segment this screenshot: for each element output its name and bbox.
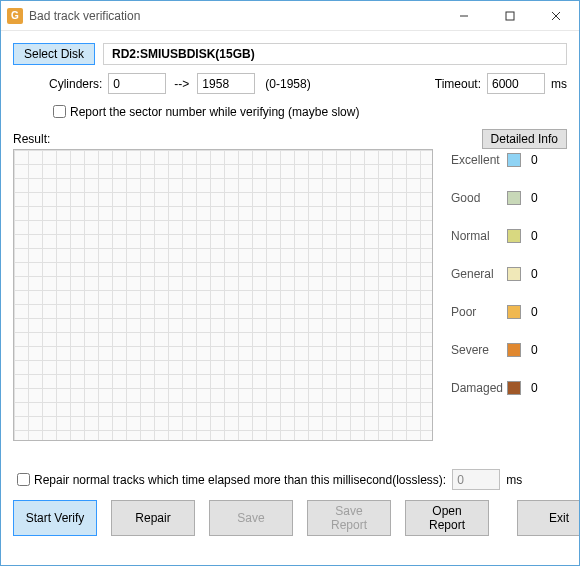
window-controls [441,1,579,30]
legend-count: 0 [531,267,543,281]
app-icon: G [7,8,23,24]
legend-row-general: General0 [451,267,567,281]
legend-count: 0 [531,191,543,205]
repair-ms-input [452,469,500,490]
legend: Excellent0Good0Normal0General0Poor0Sever… [433,149,567,441]
close-button[interactable] [533,1,579,30]
timeout-unit: ms [551,77,567,91]
repair-button[interactable]: Repair [111,500,195,536]
detailed-info-button[interactable]: Detailed Info [482,129,567,149]
cylinder-to-input[interactable] [197,73,255,94]
maximize-button[interactable] [487,1,533,30]
legend-count: 0 [531,305,543,319]
cylinder-arrow: --> [174,77,189,91]
cylinder-range-label: (0-1958) [265,77,310,91]
legend-label: Damaged [451,381,507,395]
exit-button[interactable]: Exit [517,500,580,536]
legend-label: General [451,267,507,281]
cylinder-from-input[interactable] [108,73,166,94]
legend-row-excellent: Excellent0 [451,153,567,167]
repair-ms-unit: ms [506,473,522,487]
legend-row-damaged: Damaged0 [451,381,567,395]
legend-swatch [507,305,521,319]
result-grid [13,149,433,441]
legend-count: 0 [531,153,543,167]
svg-rect-1 [506,12,514,20]
report-sector-label: Report the sector number while verifying… [70,105,359,119]
legend-swatch [507,191,521,205]
legend-label: Excellent [451,153,507,167]
legend-swatch [507,381,521,395]
legend-label: Good [451,191,507,205]
legend-count: 0 [531,229,543,243]
legend-swatch [507,343,521,357]
timeout-label: Timeout: [435,77,481,91]
selected-disk-label: RD2:SMIUSBDISK(15GB) [103,43,567,65]
legend-row-normal: Normal0 [451,229,567,243]
repair-normal-label: Repair normal tracks which time elapsed … [34,473,446,487]
legend-row-poor: Poor0 [451,305,567,319]
legend-swatch [507,153,521,167]
legend-row-severe: Severe0 [451,343,567,357]
legend-row-good: Good0 [451,191,567,205]
legend-label: Severe [451,343,507,357]
legend-count: 0 [531,343,543,357]
open-report-button[interactable]: Open Report [405,500,489,536]
window-title: Bad track verification [29,9,441,23]
legend-count: 0 [531,381,543,395]
result-label: Result: [13,132,50,146]
report-sector-checkbox[interactable] [53,105,66,118]
save-report-button: Save Report [307,500,391,536]
legend-swatch [507,267,521,281]
legend-swatch [507,229,521,243]
title-bar: G Bad track verification [1,1,579,31]
legend-label: Poor [451,305,507,319]
legend-label: Normal [451,229,507,243]
timeout-input[interactable] [487,73,545,94]
minimize-button[interactable] [441,1,487,30]
start-verify-button[interactable]: Start Verify [13,500,97,536]
save-button: Save [209,500,293,536]
select-disk-button[interactable]: Select Disk [13,43,95,65]
cylinders-label: Cylinders: [49,77,102,91]
repair-normal-checkbox[interactable] [17,473,30,486]
